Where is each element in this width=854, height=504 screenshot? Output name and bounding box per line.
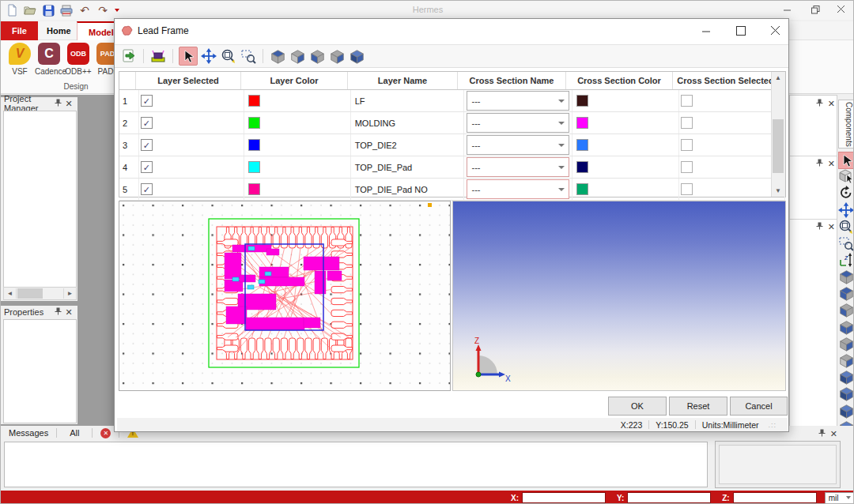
units-select[interactable]: mil [825,492,854,504]
pan-icon[interactable] [200,47,217,65]
view-cube-solid[interactable] [348,47,365,65]
scale-z-icon[interactable]: z [838,252,854,268]
pan-icon[interactable] [838,202,854,218]
zoom-icon[interactable] [838,219,854,235]
view-cube-back[interactable] [838,286,854,302]
dialog-maximize-button[interactable] [724,19,758,43]
vscroll-thumb[interactable] [773,119,784,173]
zoom-window-icon[interactable] [838,235,854,251]
cross-section-name-dropdown[interactable]: --- [467,91,569,111]
cross-section-name-dropdown[interactable]: --- [467,135,569,155]
tab-components[interactable]: Components [838,100,854,149]
ribbon-button-cadence[interactable]: CCadence [35,43,63,76]
tab-all[interactable]: All [57,428,92,438]
column-header[interactable]: Layer Name [348,72,458,89]
scroll-down-icon[interactable]: ▼ [772,185,784,197]
tab-home[interactable]: Home [36,21,82,40]
x-coord-input[interactable] [522,492,606,503]
import-icon[interactable] [120,47,138,65]
layer-selected-checkbox[interactable]: ✓ [141,161,153,173]
cross-section-color-swatch[interactable] [576,183,588,195]
undo-icon[interactable]: ↶ [78,4,91,17]
column-header[interactable]: Cross Section Name [458,72,566,89]
view-cube-left[interactable] [838,303,854,318]
cross-section-selected-checkbox[interactable] [681,117,693,129]
cross-section-name-dropdown[interactable]: --- [467,113,569,133]
redo-icon[interactable]: ↷ [96,4,109,17]
cross-section-selected-checkbox[interactable] [681,161,693,173]
ok-button[interactable]: OK [608,397,667,416]
quick-access-dropdown-icon[interactable] [115,9,119,12]
view-cube-solid[interactable] [838,403,854,419]
properties-content[interactable] [3,319,77,423]
pin-icon[interactable] [816,159,823,168]
layer-color-swatch[interactable] [248,117,260,129]
view-cube-right[interactable] [838,336,854,352]
rotate-icon[interactable] [838,185,854,201]
layer-selected-checkbox[interactable]: ✓ [141,117,153,129]
close-icon[interactable]: ✕ [63,99,74,109]
new-file-icon[interactable] [6,4,18,17]
cross-section-name-dropdown[interactable]: --- [467,157,569,177]
scroll-right-icon[interactable]: ► [64,288,76,299]
zoom-icon[interactable] [220,47,237,65]
view-cube-front[interactable] [838,319,854,335]
layer-color-swatch[interactable] [248,139,260,151]
layer-selected-checkbox[interactable]: ✓ [141,183,153,195]
cross-section-selected-checkbox[interactable] [681,183,693,195]
pin-icon[interactable] [818,429,826,438]
close-icon[interactable]: ✕ [830,429,837,439]
close-icon[interactable]: ✕ [828,99,835,109]
column-header[interactable]: Cross Section Selected [673,72,779,89]
view-cube-solid[interactable] [838,370,854,386]
scroll-left-icon[interactable]: ◄ [4,288,16,299]
pin-icon[interactable] [52,99,63,108]
cross-section-color-swatch[interactable] [576,95,588,107]
view-cube-bottom[interactable] [289,47,306,65]
window-close-button[interactable] [828,1,854,18]
messages-output[interactable] [4,442,708,487]
select-icon[interactable] [179,47,198,66]
cross-section-name-dropdown[interactable]: --- [467,179,569,199]
ribbon-button-vsf[interactable]: VVSF [6,43,34,76]
leadframe-icon[interactable] [149,47,167,65]
select-3d-icon[interactable] [838,168,854,184]
leadframe-2d-view[interactable] [119,201,451,391]
y-coord-input[interactable] [627,492,711,503]
cross-section-color-swatch[interactable] [576,161,588,173]
dialog-minimize-button[interactable] [689,19,724,43]
layer-color-swatch[interactable] [248,95,260,107]
cross-section-selected-checkbox[interactable] [681,95,693,107]
view-cube-top[interactable] [269,47,286,65]
pin-icon[interactable] [52,307,63,317]
column-header[interactable]: Layer Color [241,72,348,89]
cross-section-color-swatch[interactable] [576,139,588,151]
scroll-up-icon[interactable]: ▲ [772,72,784,84]
errors-filter-icon[interactable]: ✕ [100,428,111,438]
close-icon[interactable]: ✕ [63,307,74,318]
view-cube-left[interactable] [308,47,326,65]
view-cube-bottom[interactable] [838,352,854,368]
pin-icon[interactable] [816,99,823,108]
view-cube-top[interactable] [838,269,854,284]
reset-button[interactable]: Reset [669,397,727,416]
print-icon[interactable] [60,4,73,17]
ribbon-button-odbpp[interactable]: ODBODB++ [64,43,93,76]
open-icon[interactable] [24,4,36,17]
column-header[interactable]: Layer Selected [136,72,241,89]
window-minimize-button[interactable] [774,1,801,18]
leadframe-3d-view[interactable]: Z X [452,201,786,391]
z-coord-input[interactable] [733,492,817,503]
save-icon[interactable] [42,4,55,17]
hscroll-thumb[interactable] [17,288,43,299]
close-icon[interactable]: ✕ [828,222,835,232]
close-icon[interactable]: ✕ [828,159,835,169]
dialog-close-button[interactable] [758,19,793,43]
tab-file[interactable]: File [1,21,38,40]
resize-grip[interactable]: .:: [768,421,777,429]
column-header[interactable]: Cross Section Color [566,72,673,89]
layer-color-swatch[interactable] [248,183,260,195]
project-tree-hscrollbar[interactable]: ◄ ► [3,287,77,300]
table-vscrollbar[interactable]: ▲ ▼ [771,72,785,197]
layer-selected-checkbox[interactable]: ✓ [141,95,153,107]
